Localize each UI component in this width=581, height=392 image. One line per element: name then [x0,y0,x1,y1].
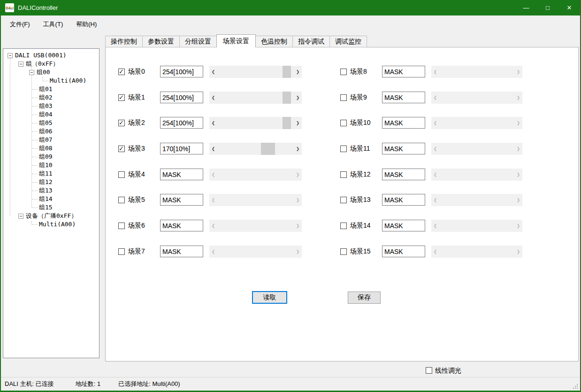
tree-item-group02[interactable]: 组02 [3,93,99,102]
tree-item-group04[interactable]: 组04 [3,110,99,119]
scene-checkbox[interactable] [118,69,125,75]
tree-item-group11[interactable]: 组11 [3,169,99,178]
collapse-minus-icon[interactable] [8,53,13,58]
tree-item-group13[interactable]: 组13 [3,186,99,195]
scroll-left-icon[interactable]: ❮ [209,246,217,258]
scroll-right-icon[interactable]: ❯ [514,117,522,129]
scene-level-scrollbar[interactable]: ❮ ❯ [431,246,522,258]
scene-level-input[interactable] [382,143,425,154]
scene-level-scrollbar[interactable]: ❮ ❯ [431,169,522,181]
scroll-left-icon[interactable]: ❮ [209,117,217,129]
scene-checkbox[interactable] [118,94,125,101]
tree-item-group-root[interactable]: 组（0xFF） [3,60,99,68]
scene-checkbox[interactable] [340,94,347,101]
scene-level-scrollbar[interactable]: ❮ ❯ [431,66,522,78]
tab-scene-settings[interactable]: 场景设置 [216,34,256,47]
scene-level-input[interactable] [160,169,203,180]
resize-grip[interactable] [573,384,578,389]
scene-checkbox[interactable] [118,223,125,229]
scene-checkbox[interactable] [340,223,347,229]
tree-item-group07[interactable]: 组07 [3,136,99,144]
scene-level-scrollbar[interactable]: ❮ ❯ [209,194,302,206]
scene-checkbox[interactable] [118,171,125,178]
tree-item-group08[interactable]: 组08 [3,144,99,153]
scene-checkbox[interactable] [118,197,125,203]
scene-checkbox[interactable] [118,248,125,255]
scene-checkbox[interactable] [340,171,347,178]
scroll-thumb[interactable] [283,66,291,78]
scene-level-scrollbar[interactable]: ❮ ❯ [209,66,302,78]
tree-item-group05[interactable]: 组05 [3,119,99,127]
scroll-left-icon[interactable]: ❮ [209,220,217,232]
linear-dimming-checkbox[interactable] [426,367,432,374]
scroll-left-icon[interactable]: ❮ [209,92,217,104]
scroll-thumb[interactable] [283,92,291,104]
scroll-right-icon[interactable]: ❯ [294,246,302,258]
scroll-right-icon[interactable]: ❯ [294,66,302,78]
scene-level-input[interactable] [382,92,425,103]
tree-item-group10[interactable]: 组10 [3,161,99,169]
read-button[interactable]: 读取 [252,291,287,304]
tree-item-device-broadcast[interactable]: 设备（广播0xFF） [3,212,99,220]
scroll-left-icon[interactable]: ❮ [431,169,439,181]
scroll-right-icon[interactable]: ❯ [514,246,522,258]
scene-checkbox[interactable] [340,146,347,152]
scene-level-input[interactable] [382,66,425,77]
tree-item-group15[interactable]: 组15 [3,203,99,212]
save-button[interactable]: 保存 [348,292,381,304]
tree-item-multi-a00[interactable]: Multi(A00) [3,77,99,85]
scene-checkbox[interactable] [340,248,347,255]
scene-level-input[interactable] [382,169,425,180]
close-button[interactable]: ✕ [558,0,580,15]
scroll-thumb[interactable] [283,117,291,129]
tab-command-debug[interactable]: 指令调试 [292,36,330,47]
scroll-right-icon[interactable]: ❯ [514,66,522,78]
scroll-right-icon[interactable]: ❯ [514,92,522,104]
maximize-button[interactable]: □ [537,0,558,15]
scene-checkbox[interactable] [340,197,347,203]
minimize-button[interactable]: — [515,0,537,15]
tree-item-group01[interactable]: 组01 [3,85,99,93]
scene-level-scrollbar[interactable]: ❮ ❯ [209,220,302,232]
scene-level-scrollbar[interactable]: ❮ ❯ [209,143,302,155]
collapse-minus-icon[interactable] [18,214,23,219]
menu-file[interactable]: 文件(F) [3,18,37,31]
scene-level-input[interactable] [160,220,203,231]
scene-level-input[interactable] [382,246,425,257]
scene-level-input[interactable] [160,66,203,77]
scroll-right-icon[interactable]: ❯ [514,169,522,181]
scroll-left-icon[interactable]: ❮ [209,194,217,206]
collapse-minus-icon[interactable] [29,70,34,75]
scene-level-input[interactable] [160,194,203,206]
scroll-right-icon[interactable]: ❯ [294,117,302,129]
tree-item-group03[interactable]: 组03 [3,102,99,110]
scene-level-scrollbar[interactable]: ❮ ❯ [431,143,522,155]
tree-item-dali-usb[interactable]: DALI USB(0001) [3,51,99,60]
scroll-right-icon[interactable]: ❯ [514,220,522,232]
menu-help[interactable]: 帮助(H) [69,18,103,31]
scroll-left-icon[interactable]: ❮ [209,169,217,181]
menu-tools[interactable]: 工具(T) [37,18,70,31]
scroll-right-icon[interactable]: ❯ [294,92,302,104]
scene-level-scrollbar[interactable]: ❮ ❯ [431,194,522,206]
scene-level-scrollbar[interactable]: ❮ ❯ [209,246,302,258]
scroll-right-icon[interactable]: ❯ [294,220,302,232]
scene-checkbox[interactable] [340,69,347,75]
tree-item-group09[interactable]: 组09 [3,153,99,161]
scene-level-input[interactable] [160,246,203,257]
scroll-right-icon[interactable]: ❯ [514,143,522,155]
scene-level-scrollbar[interactable]: ❮ ❯ [431,92,522,104]
scene-checkbox[interactable] [118,120,125,126]
scene-checkbox[interactable] [118,146,125,152]
scroll-left-icon[interactable]: ❮ [431,117,439,129]
tab-debug-monitor[interactable]: 调试监控 [329,36,367,47]
scene-level-input[interactable] [382,117,425,129]
tree-item-group14[interactable]: 组14 [3,195,99,203]
tree-item-group06[interactable]: 组06 [3,127,99,136]
scroll-right-icon[interactable]: ❯ [294,194,302,206]
scene-level-scrollbar[interactable]: ❮ ❯ [209,169,302,181]
tree-item-multi-a00-device[interactable]: Multi(A00) [3,220,99,229]
scroll-left-icon[interactable]: ❮ [431,220,439,232]
scene-level-input[interactable] [160,143,203,154]
scene-checkbox[interactable] [340,120,347,126]
